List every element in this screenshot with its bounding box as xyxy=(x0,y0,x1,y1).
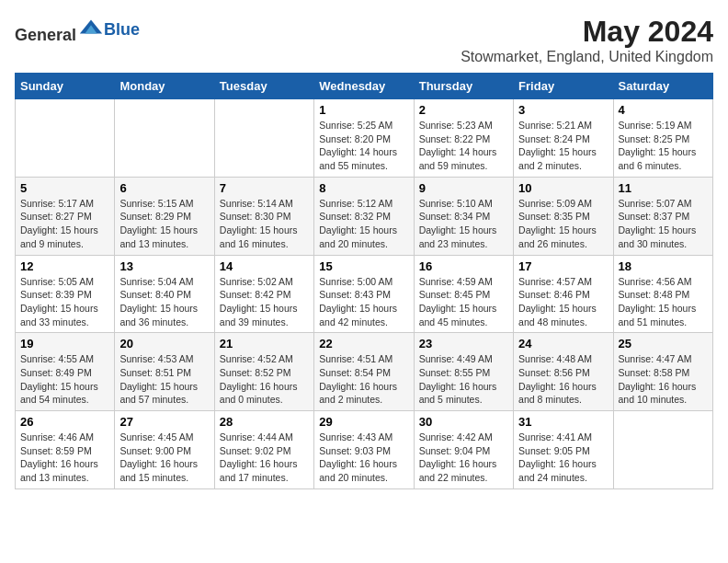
day-info: Sunrise: 5:15 AM Sunset: 8:29 PM Dayligh… xyxy=(119,197,209,251)
logo-blue: Blue xyxy=(104,20,140,39)
day-info: Sunrise: 5:10 AM Sunset: 8:34 PM Dayligh… xyxy=(419,197,508,251)
day-number: 31 xyxy=(518,415,608,429)
weekday-header-tuesday: Tuesday xyxy=(214,74,313,99)
day-info: Sunrise: 4:53 AM Sunset: 8:51 PM Dayligh… xyxy=(119,352,209,407)
calendar-cell-5-5: 30Sunrise: 4:42 AM Sunset: 9:04 PM Dayli… xyxy=(414,411,513,489)
day-info: Sunrise: 5:21 AM Sunset: 8:24 PM Dayligh… xyxy=(518,119,608,173)
day-number: 7 xyxy=(220,181,309,195)
calendar-cell-4-1: 19Sunrise: 4:55 AM Sunset: 8:49 PM Dayli… xyxy=(16,333,115,411)
day-number: 21 xyxy=(220,337,309,350)
calendar-cell-1-4: 1Sunrise: 5:25 AM Sunset: 8:20 PM Daylig… xyxy=(314,99,414,178)
day-info: Sunrise: 4:47 AM Sunset: 8:58 PM Dayligh… xyxy=(619,352,708,407)
calendar-cell-5-4: 29Sunrise: 4:43 AM Sunset: 9:03 PM Dayli… xyxy=(314,411,414,489)
calendar-cell-4-6: 24Sunrise: 4:48 AM Sunset: 8:56 PM Dayli… xyxy=(514,333,613,411)
day-number: 11 xyxy=(619,181,708,195)
day-number: 13 xyxy=(119,259,209,273)
day-number: 19 xyxy=(20,337,109,350)
calendar-cell-3-4: 15Sunrise: 5:00 AM Sunset: 8:43 PM Dayli… xyxy=(314,255,414,333)
calendar-cell-1-3 xyxy=(214,99,313,178)
calendar-cell-3-7: 18Sunrise: 4:56 AM Sunset: 8:48 PM Dayli… xyxy=(613,255,712,333)
day-info: Sunrise: 5:23 AM Sunset: 8:22 PM Dayligh… xyxy=(419,119,508,173)
day-info: Sunrise: 4:57 AM Sunset: 8:46 PM Dayligh… xyxy=(518,275,608,329)
day-info: Sunrise: 5:19 AM Sunset: 8:25 PM Dayligh… xyxy=(619,119,708,173)
calendar-cell-3-3: 14Sunrise: 5:02 AM Sunset: 8:42 PM Dayli… xyxy=(214,255,313,333)
calendar-table: SundayMondayTuesdayWednesdayThursdayFrid… xyxy=(15,73,713,489)
day-info: Sunrise: 4:49 AM Sunset: 8:55 PM Dayligh… xyxy=(419,352,508,407)
calendar-cell-3-5: 16Sunrise: 4:59 AM Sunset: 8:45 PM Dayli… xyxy=(414,255,513,333)
weekday-header-sunday: Sunday xyxy=(16,74,115,99)
day-number: 2 xyxy=(419,103,508,117)
day-info: Sunrise: 4:44 AM Sunset: 9:02 PM Dayligh… xyxy=(220,431,309,485)
day-number: 6 xyxy=(119,181,209,195)
calendar-cell-4-2: 20Sunrise: 4:53 AM Sunset: 8:51 PM Dayli… xyxy=(115,333,214,411)
day-info: Sunrise: 5:02 AM Sunset: 8:42 PM Dayligh… xyxy=(220,275,309,329)
calendar-cell-4-7: 25Sunrise: 4:47 AM Sunset: 8:58 PM Dayli… xyxy=(613,333,712,411)
calendar-cell-5-7 xyxy=(613,411,712,489)
day-info: Sunrise: 5:07 AM Sunset: 8:37 PM Dayligh… xyxy=(619,197,708,251)
day-info: Sunrise: 5:12 AM Sunset: 8:32 PM Dayligh… xyxy=(319,197,408,251)
day-number: 4 xyxy=(619,103,708,117)
day-info: Sunrise: 4:46 AM Sunset: 8:59 PM Dayligh… xyxy=(20,431,109,485)
day-info: Sunrise: 5:25 AM Sunset: 8:20 PM Dayligh… xyxy=(319,119,408,173)
day-number: 8 xyxy=(319,181,408,195)
day-info: Sunrise: 5:05 AM Sunset: 8:39 PM Dayligh… xyxy=(20,275,109,329)
day-number: 29 xyxy=(319,415,408,429)
day-info: Sunrise: 5:14 AM Sunset: 8:30 PM Dayligh… xyxy=(220,197,309,251)
day-info: Sunrise: 4:45 AM Sunset: 9:00 PM Dayligh… xyxy=(119,431,209,485)
calendar-cell-5-2: 27Sunrise: 4:45 AM Sunset: 9:00 PM Dayli… xyxy=(115,411,214,489)
day-info: Sunrise: 4:51 AM Sunset: 8:54 PM Dayligh… xyxy=(319,352,408,407)
month-title: May 2024 xyxy=(461,15,713,49)
day-info: Sunrise: 5:04 AM Sunset: 8:40 PM Dayligh… xyxy=(119,275,209,329)
day-number: 27 xyxy=(119,415,209,429)
calendar-cell-3-2: 13Sunrise: 5:04 AM Sunset: 8:40 PM Dayli… xyxy=(115,255,214,333)
day-number: 1 xyxy=(319,103,408,117)
calendar-cell-1-6: 3Sunrise: 5:21 AM Sunset: 8:24 PM Daylig… xyxy=(514,99,613,178)
day-info: Sunrise: 5:00 AM Sunset: 8:43 PM Dayligh… xyxy=(319,275,408,329)
calendar-cell-2-5: 9Sunrise: 5:10 AM Sunset: 8:34 PM Daylig… xyxy=(414,177,513,255)
calendar-cell-1-5: 2Sunrise: 5:23 AM Sunset: 8:22 PM Daylig… xyxy=(414,99,513,178)
calendar-cell-5-1: 26Sunrise: 4:46 AM Sunset: 8:59 PM Dayli… xyxy=(16,411,115,489)
calendar-cell-2-4: 8Sunrise: 5:12 AM Sunset: 8:32 PM Daylig… xyxy=(314,177,414,255)
day-number: 10 xyxy=(518,181,608,195)
day-info: Sunrise: 4:48 AM Sunset: 8:56 PM Dayligh… xyxy=(518,352,608,407)
day-number: 25 xyxy=(619,337,708,350)
weekday-header-saturday: Saturday xyxy=(613,74,712,99)
calendar-cell-4-4: 22Sunrise: 4:51 AM Sunset: 8:54 PM Dayli… xyxy=(314,333,414,411)
calendar-cell-3-6: 17Sunrise: 4:57 AM Sunset: 8:46 PM Dayli… xyxy=(514,255,613,333)
calendar-cell-4-3: 21Sunrise: 4:52 AM Sunset: 8:52 PM Dayli… xyxy=(214,333,313,411)
day-number: 23 xyxy=(419,337,508,350)
calendar-cell-4-5: 23Sunrise: 4:49 AM Sunset: 8:55 PM Dayli… xyxy=(414,333,513,411)
day-number: 5 xyxy=(20,181,109,195)
calendar-cell-2-1: 5Sunrise: 5:17 AM Sunset: 8:27 PM Daylig… xyxy=(16,177,115,255)
title-block: May 2024 Stowmarket, England, United Kin… xyxy=(461,15,713,65)
weekday-header-monday: Monday xyxy=(115,74,214,99)
day-info: Sunrise: 5:09 AM Sunset: 8:35 PM Dayligh… xyxy=(518,197,608,251)
calendar-cell-5-6: 31Sunrise: 4:41 AM Sunset: 9:05 PM Dayli… xyxy=(514,411,613,489)
day-number: 18 xyxy=(619,259,708,273)
day-info: Sunrise: 4:43 AM Sunset: 9:03 PM Dayligh… xyxy=(319,431,408,485)
day-info: Sunrise: 4:56 AM Sunset: 8:48 PM Dayligh… xyxy=(619,275,708,329)
calendar-cell-1-1 xyxy=(16,99,115,178)
day-number: 22 xyxy=(319,337,408,350)
day-number: 28 xyxy=(220,415,309,429)
day-info: Sunrise: 5:17 AM Sunset: 8:27 PM Dayligh… xyxy=(20,197,109,251)
day-number: 17 xyxy=(518,259,608,273)
page-header: General Blue May 2024 Stowmarket, Englan… xyxy=(15,15,713,65)
day-number: 30 xyxy=(419,415,508,429)
calendar-cell-3-1: 12Sunrise: 5:05 AM Sunset: 8:39 PM Dayli… xyxy=(16,255,115,333)
day-number: 12 xyxy=(20,259,109,273)
day-number: 14 xyxy=(220,259,309,273)
day-number: 9 xyxy=(419,181,508,195)
calendar-cell-5-3: 28Sunrise: 4:44 AM Sunset: 9:02 PM Dayli… xyxy=(214,411,313,489)
day-number: 15 xyxy=(319,259,408,273)
day-info: Sunrise: 4:42 AM Sunset: 9:04 PM Dayligh… xyxy=(419,431,508,485)
day-number: 16 xyxy=(419,259,508,273)
day-info: Sunrise: 4:59 AM Sunset: 8:45 PM Dayligh… xyxy=(419,275,508,329)
location-title: Stowmarket, England, United Kingdom xyxy=(461,49,713,65)
calendar-cell-2-3: 7Sunrise: 5:14 AM Sunset: 8:30 PM Daylig… xyxy=(214,177,313,255)
day-number: 24 xyxy=(518,337,608,350)
day-number: 26 xyxy=(20,415,109,429)
weekday-header-wednesday: Wednesday xyxy=(314,74,414,99)
day-info: Sunrise: 4:55 AM Sunset: 8:49 PM Dayligh… xyxy=(20,352,109,407)
day-number: 3 xyxy=(518,103,608,117)
